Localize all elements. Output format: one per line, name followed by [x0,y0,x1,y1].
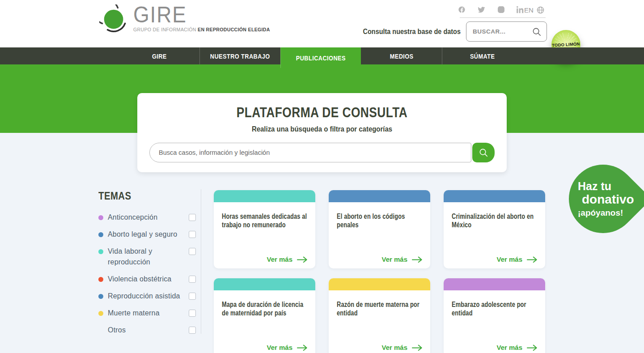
donation-text: Haz tu donativo ¡apóyanos! [569,165,637,233]
nav-item-label: SÚMATE [470,52,495,60]
linkedin-link[interactable] [517,6,524,13]
twitter-icon [477,6,486,13]
gire-logo-icon [99,4,130,35]
card-color-strip [214,190,315,202]
card-title: Embarazo adolescente por entidad [452,300,538,317]
hero-search-box [149,143,495,162]
nav-item-label: NUESTRO TRABAJO [210,52,270,60]
publication-card: Horas semanales dedicadas al trabajo no … [214,190,315,268]
twitter-link[interactable] [477,6,486,13]
ver-mas-label: Ver más [267,255,292,263]
nav-item-label: GIRE [152,52,167,60]
publication-card: Criminalización del aborto en México Ver… [444,190,545,268]
card-title: Razón de muerte materna por entidad [337,300,423,317]
topic-row-muerte-materna: Muerte materna [98,308,196,319]
instagram-icon [497,6,505,13]
card-color-strip [329,190,430,202]
nav-item-medios[interactable]: MEDIOS [361,47,441,64]
main-nav: GIRE NUESTRO TRABAJO PUBLICACIONES MEDIO… [0,47,644,64]
hero-search-input[interactable] [149,143,471,162]
arrow-right-icon [527,256,538,263]
ver-mas-link[interactable]: Ver más [267,255,308,263]
hero-search-button[interactable] [472,143,495,162]
page-title: PLATAFORMA DE CONSULTA [165,105,479,121]
arrow-right-icon [297,344,308,351]
topic-checkbox[interactable] [189,310,196,317]
ver-mas-label: Ver más [267,344,292,351]
topic-dot [98,215,103,220]
card-title: Criminalización del aborto en México [452,212,538,229]
topic-row-vida-laboral: Vida laboral y reproducción [98,246,196,268]
nav-item-label: MEDIOS [390,52,413,60]
page: GIRE GRUPO DE INFORMACIÓN EN REPRODUCCIÓ… [0,0,644,353]
brand-tagline-bold: EN REPRODUCCIÓN ELEGIDA [198,27,270,32]
facebook-icon [458,6,466,13]
header-search-input[interactable] [466,28,532,35]
card-title: Horas semanales dedicadas al trabajo no … [222,212,308,229]
nav-item-publicaciones[interactable]: PUBLICACIONES [280,47,361,68]
topics-sidebar: TEMAS Anticoncepción Aborto legal y segu… [98,190,196,342]
topic-checkbox[interactable] [189,293,196,300]
donation-line1: Haz tu [578,180,637,192]
topic-label: Violencia obstétrica [108,274,186,285]
topic-dot [98,311,103,316]
publication-card: Mapa de duración de licencia de maternid… [214,278,315,353]
ver-mas-link[interactable]: Ver más [496,255,538,263]
language-label: EN [524,6,534,14]
brand-tagline-regular: GRUPO DE INFORMACIÓN [133,27,196,32]
gire-logo[interactable]: GIRE GRUPO DE INFORMACIÓN EN REPRODUCCIÓ… [99,4,270,35]
ver-mas-link[interactable]: Ver más [496,344,538,351]
arrow-right-icon [412,344,423,351]
arrow-right-icon [527,344,538,351]
topic-row-aborto-legal: Aborto legal y seguro [98,229,196,240]
card-title: El aborto en los códigos penales [337,212,423,229]
sidebar-divider [201,189,201,334]
ver-mas-label: Ver más [381,255,407,263]
card-title: Mapa de duración de licencia de maternid… [222,300,308,317]
card-color-strip [444,190,545,202]
topic-checkbox[interactable] [189,231,196,238]
brand-name: GIRE [133,4,259,26]
nav-item-sumate[interactable]: SÚMATE [442,47,522,64]
brand-tagline: GRUPO DE INFORMACIÓN EN REPRODUCCIÓN ELE… [133,27,270,32]
search-icon[interactable] [532,27,542,37]
publication-card: El aborto en los códigos penales Ver más [329,190,430,268]
topic-dot [98,232,103,237]
topic-label: Aborto legal y seguro [108,229,186,240]
nav-item-label: PUBLICACIONES [296,54,346,62]
topic-row-violencia-obstetrica: Violencia obstétrica [98,274,196,285]
card-color-strip [444,278,545,290]
arrow-right-icon [412,256,423,263]
topic-checkbox[interactable] [189,248,196,255]
search-icon [479,148,488,157]
language-switcher[interactable]: EN [524,6,545,14]
card-color-strip [329,278,430,290]
topic-checkbox[interactable] [189,214,196,221]
facebook-link[interactable] [458,6,466,13]
topic-row-anticoncepcion: Anticoncepción [98,212,196,223]
nav-item-gire[interactable]: GIRE [119,47,199,64]
topic-checkbox[interactable] [189,327,196,334]
topic-row-otros: Otros [98,325,196,336]
arrow-right-icon [297,256,308,263]
publication-card: Razón de muerte materna por entidad Ver … [329,278,430,353]
linkedin-icon [517,6,524,13]
header-search-box [466,21,547,42]
topic-dot [98,249,103,254]
page-subtitle: Realiza una búsqueda o filtra por catego… [160,125,485,134]
topic-dot [98,294,103,299]
topics-heading: TEMAS [98,190,181,202]
ver-mas-link[interactable]: Ver más [267,344,308,351]
ver-mas-label: Ver más [496,344,522,351]
topic-label: Vida laboral y reproducción [108,246,186,268]
ver-mas-link[interactable]: Ver más [381,344,423,351]
topic-checkbox[interactable] [189,276,196,283]
ver-mas-link[interactable]: Ver más [381,255,423,263]
nav-item-nuestro-trabajo[interactable]: NUESTRO TRABAJO [199,47,280,64]
donation-line3: ¡apóyanos! [578,208,637,217]
nav-items: GIRE NUESTRO TRABAJO PUBLICACIONES MEDIO… [119,47,522,64]
instagram-link[interactable] [497,6,505,13]
ver-mas-label: Ver más [496,255,522,263]
donation-line2: donativo [582,193,637,206]
topic-row-reproduccion-asistida: Reproducción asistida [98,291,196,302]
